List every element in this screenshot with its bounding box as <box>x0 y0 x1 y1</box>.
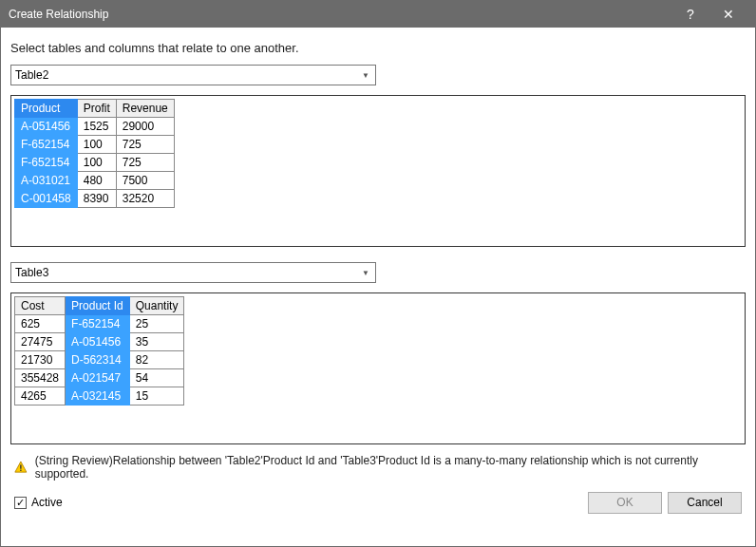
active-checkbox[interactable]: ✓ Active <box>14 496 63 509</box>
table-cell: 29000 <box>116 118 174 136</box>
table-cell: 625 <box>15 315 66 333</box>
table1-preview: ProductProfitRevenueA-051456152529000F-6… <box>10 95 746 247</box>
table-cell: D-562314 <box>66 351 130 369</box>
column-header[interactable]: Cost <box>15 297 66 315</box>
table-cell: A-051456 <box>15 118 78 136</box>
table-cell: 7500 <box>116 172 174 190</box>
table-cell: 725 <box>116 136 174 154</box>
dialog-footer: ✓ Active OK Cancel <box>10 490 746 519</box>
window-title: Create Relationship <box>9 8 671 21</box>
table-row[interactable]: 4265A-03214515 <box>15 387 184 406</box>
help-button[interactable]: ? <box>671 7 709 22</box>
table-cell: F-652154 <box>15 136 78 154</box>
ok-button[interactable]: OK <box>588 492 662 514</box>
table-row[interactable]: A-0310214807500 <box>15 172 175 190</box>
checkbox-icon: ✓ <box>14 497 27 509</box>
column-header[interactable]: Quantity <box>129 297 184 315</box>
table-cell: C-001458 <box>15 190 78 208</box>
table-cell: 725 <box>116 154 174 172</box>
table-cell: A-021547 <box>66 369 130 387</box>
table-cell: 54 <box>129 369 184 387</box>
column-header[interactable]: Product <box>15 100 78 118</box>
column-header[interactable]: Revenue <box>116 100 174 118</box>
table-cell: 15 <box>129 387 184 406</box>
table-cell: 21730 <box>15 351 66 369</box>
column-header[interactable]: Product Id <box>66 297 130 315</box>
table-cell: 355428 <box>15 369 66 387</box>
table-cell: F-652154 <box>66 315 130 333</box>
table1-dropdown[interactable]: Table2 ▼ <box>10 65 376 85</box>
table-cell: 25 <box>129 315 184 333</box>
table1-dropdown-value: Table2 <box>15 68 362 82</box>
table-cell: A-051456 <box>66 333 130 351</box>
table-cell: 32520 <box>116 190 174 208</box>
column-header[interactable]: Profit <box>77 100 116 118</box>
warning-icon <box>14 461 28 474</box>
warning-row: (String Review)Relationship between 'Tab… <box>10 454 746 481</box>
cancel-button[interactable]: Cancel <box>668 492 742 514</box>
svg-rect-1 <box>20 464 21 468</box>
table-cell: 100 <box>77 154 116 172</box>
table-cell: 8390 <box>77 190 116 208</box>
table2[interactable]: CostProduct IdQuantity625F-6521542527475… <box>14 296 184 406</box>
table-cell: A-031021 <box>15 172 78 190</box>
table1[interactable]: ProductProfitRevenueA-051456152529000F-6… <box>14 99 175 208</box>
table-row[interactable]: 21730D-56231482 <box>15 351 184 369</box>
table-cell: 82 <box>129 351 184 369</box>
close-button[interactable]: ✕ <box>709 7 747 22</box>
table-row[interactable]: 27475A-05145635 <box>15 333 184 351</box>
table-row[interactable]: 355428A-02154754 <box>15 369 184 387</box>
chevron-down-icon: ▼ <box>362 269 371 277</box>
create-relationship-dialog: Create Relationship ? ✕ Select tables an… <box>0 0 756 547</box>
table-cell: 4265 <box>15 387 66 406</box>
chevron-down-icon: ▼ <box>362 71 371 80</box>
table2-preview: CostProduct IdQuantity625F-6521542527475… <box>10 292 746 444</box>
table-cell: A-032145 <box>66 387 130 406</box>
table-cell: 100 <box>77 136 116 154</box>
table2-dropdown[interactable]: Table3 ▼ <box>10 262 376 283</box>
instruction-text: Select tables and columns that relate to… <box>10 41 746 55</box>
svg-rect-2 <box>20 470 21 471</box>
active-label: Active <box>31 496 63 509</box>
table-cell: 480 <box>77 172 116 190</box>
warning-text: (String Review)Relationship between 'Tab… <box>35 454 742 481</box>
table-cell: F-652154 <box>15 154 78 172</box>
table-cell: 35 <box>129 333 184 351</box>
table-row[interactable]: F-652154100725 <box>15 154 175 172</box>
table2-dropdown-value: Table3 <box>15 266 362 279</box>
table-row[interactable]: C-001458839032520 <box>15 190 175 208</box>
dialog-body: Select tables and columns that relate to… <box>1 28 755 546</box>
table-row[interactable]: 625F-65215425 <box>15 315 184 333</box>
table-row[interactable]: A-051456152529000 <box>15 118 175 136</box>
titlebar: Create Relationship ? ✕ <box>1 1 755 28</box>
table-cell: 27475 <box>15 333 66 351</box>
table-cell: 1525 <box>77 118 116 136</box>
table-row[interactable]: F-652154100725 <box>15 136 175 154</box>
